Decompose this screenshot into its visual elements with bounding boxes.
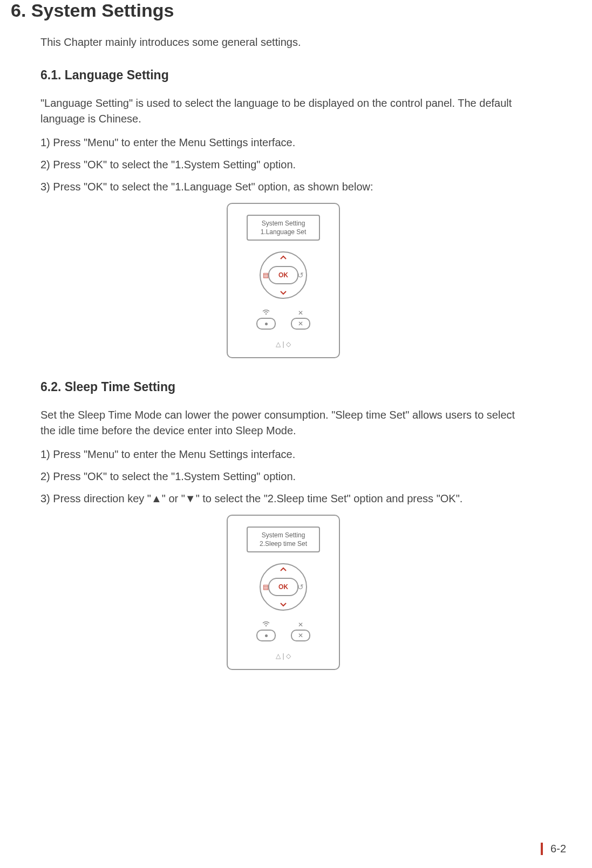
toner-icon: |	[282, 340, 284, 348]
cancel-icon: ✕	[298, 320, 303, 327]
warning-icon: △	[276, 652, 281, 660]
lcd-line-1: System Setting	[251, 219, 316, 228]
lcd-screen: System Setting 1.Language Set	[247, 215, 320, 241]
wifi-button	[256, 310, 276, 330]
indicator-icons: △ | ◇	[276, 652, 290, 660]
cancel-icon: ✕	[298, 632, 303, 639]
indicator-icons: △ | ◇	[276, 340, 290, 348]
ok-button: OK	[268, 266, 298, 284]
ok-label: OK	[278, 271, 288, 279]
svg-point-0	[266, 313, 267, 315]
section-6-1-step-2: 2) Press "OK" to select the "1.System Se…	[40, 159, 526, 171]
control-panel-illustration-2: System Setting 2.Sleep time Set ▤ ↺ OK	[227, 515, 340, 670]
ok-button: OK	[268, 578, 298, 596]
section-6-2-heading: 6.2. Sleep Time Setting	[40, 380, 526, 394]
section-6-2-step-1: 1) Press "Menu" to enter the Menu Settin…	[40, 448, 526, 461]
section-6-1-heading: 6.1. Language Setting	[40, 68, 526, 83]
section-6-1-step-3: 3) Press "OK" to select the "1.Language …	[40, 181, 526, 193]
wifi-button	[256, 621, 276, 641]
lcd-line-2: 2.Sleep time Set	[251, 539, 316, 548]
cancel-button: ✕ ✕	[291, 621, 310, 641]
lcd-line-1: System Setting	[251, 531, 316, 539]
wifi-icon	[262, 621, 270, 628]
section-6-2-step-2: 2) Press "OK" to select the "1.System Se…	[40, 470, 526, 483]
down-arrow-icon	[280, 601, 287, 607]
chapter-title: 6. System Settings	[11, 0, 560, 21]
dpad: ▤ ↺ OK	[260, 251, 307, 299]
section-6-1-para: "Language Setting" is used to select the…	[40, 95, 526, 127]
svg-point-1	[266, 625, 267, 626]
page-number: 6-2	[541, 843, 566, 855]
lcd-line-2: 1.Language Set	[251, 228, 316, 236]
section-6-2-step-3: 3) Press direction key "▲" or "▼" to sel…	[40, 493, 526, 505]
section-6-1-step-1: 1) Press "Menu" to enter the Menu Settin…	[40, 136, 526, 149]
cancel-button: ✕ ✕	[291, 310, 310, 330]
control-panel-illustration-1: System Setting 1.Language Set ▤ ↺ OK	[227, 203, 340, 358]
warning-icon: △	[276, 340, 281, 348]
toner-icon: |	[282, 652, 284, 660]
up-arrow-icon	[280, 255, 287, 261]
wifi-icon	[262, 310, 270, 316]
section-6-2-para: Set the Sleep Time Mode can lower the po…	[40, 407, 526, 439]
ok-label: OK	[278, 583, 288, 591]
down-arrow-icon	[280, 289, 287, 296]
dpad: ▤ ↺ OK	[260, 563, 307, 611]
paper-icon: ◇	[286, 340, 291, 348]
chapter-intro: This Chapter mainly introduces some gene…	[40, 36, 526, 49]
up-arrow-icon	[280, 566, 287, 573]
cancel-small-icon: ✕	[298, 621, 303, 628]
cancel-small-icon: ✕	[298, 310, 303, 316]
paper-icon: ◇	[286, 652, 291, 660]
lcd-screen: System Setting 2.Sleep time Set	[247, 527, 320, 552]
